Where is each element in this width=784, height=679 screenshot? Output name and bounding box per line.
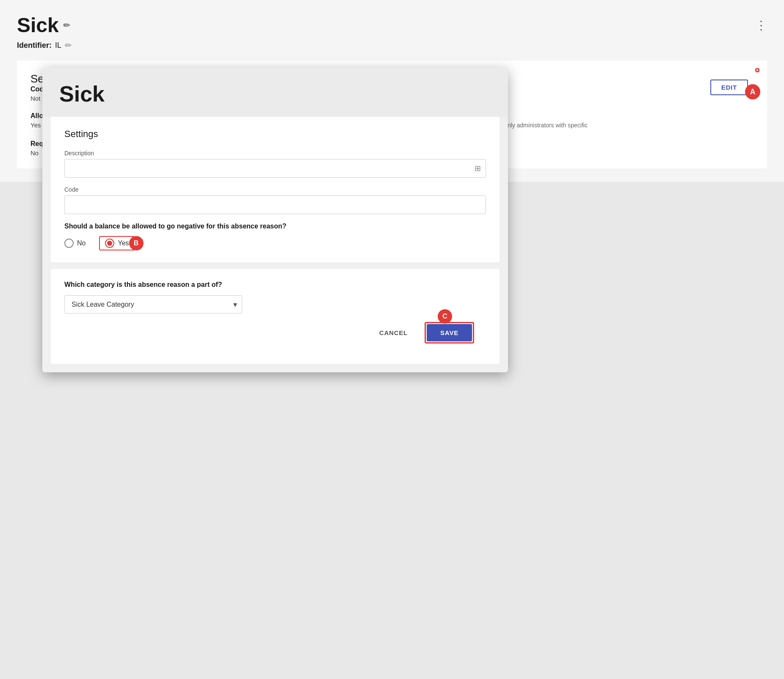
description-input[interactable] <box>64 159 486 178</box>
annotation-b-badge: B <box>129 236 144 250</box>
identifier-row: Identifier: IL ✏ <box>17 40 767 50</box>
modal-body: Settings Description ⊞ Code Should a <box>42 117 508 372</box>
modal-dialog: Sick Settings Description ⊞ Code <box>42 68 508 372</box>
identifier-label: Identifier: <box>17 41 52 50</box>
radio-no-label: No <box>77 239 86 247</box>
radio-group: No Yes B <box>64 236 486 250</box>
description-input-icon: ⊞ <box>475 164 481 173</box>
background-page: Sick ✏ ⋮ Identifier: IL ✏ Settings EDIT … <box>0 0 784 182</box>
modal-settings-title: Settings <box>64 129 486 140</box>
title-edit-icon[interactable]: ✏ <box>63 20 70 30</box>
identifier-edit-icon[interactable]: ✏ <box>65 40 72 50</box>
description-field: Description ⊞ <box>64 150 486 178</box>
save-button-annotation-box: SAVE <box>425 322 474 344</box>
cancel-button[interactable]: CANCEL <box>369 325 418 341</box>
save-button[interactable]: SAVE <box>427 324 472 341</box>
identifier-value: IL <box>55 41 61 50</box>
radio-yes-option[interactable]: Yes <box>105 239 129 248</box>
code-label: Code <box>64 186 486 193</box>
category-select-wrapper: Sick Leave Category Annual Leave Categor… <box>64 295 242 313</box>
radio-no-circle <box>64 239 74 248</box>
page-title-area: Sick ✏ <box>17 14 70 37</box>
modal-title: Sick <box>59 81 491 107</box>
edit-button[interactable]: EDIT <box>710 80 748 95</box>
edit-button-annotation-box: EDIT <box>755 68 759 72</box>
description-input-wrapper: ⊞ <box>64 159 486 178</box>
code-input[interactable] <box>64 195 486 214</box>
category-question-text: Which category is this absence reason a … <box>64 281 486 289</box>
more-options-icon[interactable]: ⋮ <box>755 18 767 32</box>
balance-question-text: Should a balance be allowed to go negati… <box>64 223 486 230</box>
balance-section: Should a balance be allowed to go negati… <box>64 223 486 250</box>
title-row: Sick ✏ ⋮ <box>17 14 767 37</box>
code-field: Code <box>64 186 486 214</box>
annotation-c-badge: C <box>438 309 452 324</box>
annotation-a-badge: A <box>745 84 760 99</box>
radio-yes-label: Yes <box>118 239 129 247</box>
modal-category-section: Which category is this absence reason a … <box>51 269 500 364</box>
description-label: Description <box>64 150 486 157</box>
page-title: Sick <box>17 14 59 37</box>
modal-header: Sick <box>42 68 508 117</box>
modal-settings-section: Settings Description ⊞ Code Should a <box>51 117 500 262</box>
category-select[interactable]: Sick Leave Category Annual Leave Categor… <box>64 295 242 313</box>
radio-yes-wrapper: Yes B <box>99 236 135 250</box>
modal-actions: C CANCEL SAVE <box>64 313 486 352</box>
radio-yes-circle <box>105 239 114 248</box>
radio-no-option[interactable]: No <box>64 239 86 248</box>
